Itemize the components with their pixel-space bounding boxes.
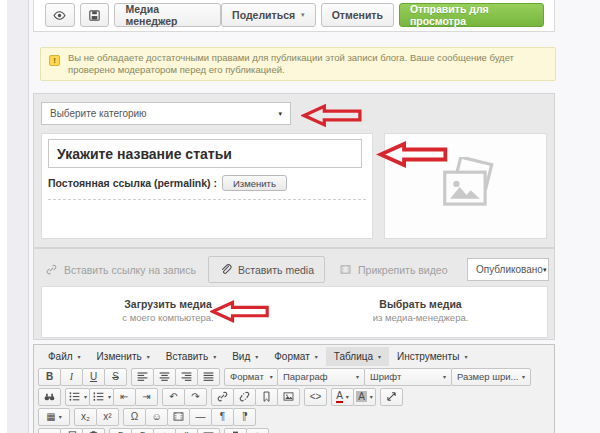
copy-button[interactable] bbox=[60, 428, 83, 433]
category-select[interactable]: Выберите категорию ▾ bbox=[41, 102, 291, 125]
menu-file[interactable]: Файл▾ bbox=[40, 347, 89, 366]
numbered-list-icon bbox=[92, 390, 105, 403]
horizontal-rule-button[interactable]: — bbox=[189, 408, 212, 426]
share-button[interactable]: Поделиться ▾ bbox=[221, 3, 316, 27]
red-arrow-annotation-title bbox=[371, 140, 455, 169]
undo-button[interactable]: ↶ bbox=[162, 388, 185, 406]
blockquote-button[interactable]: “ bbox=[175, 428, 198, 433]
search-replace-button[interactable] bbox=[38, 388, 61, 406]
chevron-down-icon: ▾ bbox=[108, 393, 111, 400]
visual-blocks-button[interactable]: ¶ bbox=[131, 428, 154, 433]
align-left-button[interactable] bbox=[131, 368, 154, 386]
insert-image-button[interactable] bbox=[277, 388, 300, 406]
menu-insert[interactable]: Вставить▾ bbox=[158, 347, 224, 366]
font-select[interactable]: Шрифт▾ bbox=[364, 368, 452, 386]
underline-button[interactable]: U bbox=[82, 368, 105, 386]
permalink-change-button[interactable]: Изменить bbox=[222, 175, 287, 191]
insert-media-button[interactable]: Вставить media bbox=[208, 256, 325, 283]
menu-tools[interactable]: Инструменты▾ bbox=[389, 347, 475, 366]
special-char-button[interactable]: Ω bbox=[123, 408, 146, 426]
chevron-down-icon: ▾ bbox=[213, 353, 216, 360]
title-card: Постоянная ссылка (permalink) : Изменить bbox=[41, 133, 373, 239]
strikethrough-button[interactable]: S bbox=[104, 368, 127, 386]
text-color-button[interactable]: A▾ bbox=[331, 388, 354, 406]
indent-button[interactable]: ⇥ bbox=[135, 388, 158, 406]
chevron-down-icon: ▾ bbox=[84, 393, 87, 400]
bold-button[interactable]: B bbox=[38, 368, 61, 386]
visual-chars-button[interactable]: ¶ bbox=[109, 428, 132, 433]
chevron-down-icon: ▾ bbox=[464, 353, 467, 360]
choose-media-panel[interactable]: Выбрать медиа из медиа-менеджера. bbox=[294, 286, 548, 338]
format-select[interactable]: Формат▾ bbox=[224, 368, 278, 386]
menu-edit[interactable]: Изменить▾ bbox=[89, 347, 158, 366]
paste-button[interactable] bbox=[82, 428, 105, 433]
rtl-button[interactable]: ¶ bbox=[233, 408, 256, 426]
ltr-button[interactable]: ¶ bbox=[211, 408, 234, 426]
preview-toolbar-button[interactable] bbox=[246, 428, 269, 433]
chevron-down-icon: ▾ bbox=[301, 11, 305, 19]
anchor-button[interactable] bbox=[255, 388, 278, 406]
cancel-button[interactable]: Отменить bbox=[321, 3, 394, 27]
permalink-row: Постоянная ссылка (permalink) : Изменить bbox=[48, 174, 368, 192]
align-right-button[interactable] bbox=[175, 368, 198, 386]
source-code-button[interactable]: <> bbox=[304, 388, 327, 406]
paragraph-select[interactable]: Параграф▾ bbox=[277, 368, 365, 386]
red-arrow-annotation-category bbox=[301, 103, 363, 128]
warning-icon: ! bbox=[49, 55, 60, 66]
publish-status-value: Опубликовано bbox=[476, 264, 543, 275]
outdent-button[interactable]: ⇤ bbox=[113, 388, 136, 406]
submit-for-review-button[interactable]: Отправить для просмотра bbox=[399, 3, 544, 27]
editor-toolbar-row-2: ▾ ▾ ⇤ ⇥ ↶ ↷ <> A▾ A▾ bbox=[34, 387, 554, 406]
print-button[interactable] bbox=[224, 428, 247, 433]
chevron-down-icon: ▾ bbox=[278, 110, 282, 118]
subscript-button[interactable]: x₂ bbox=[74, 408, 97, 426]
insert-post-link-button[interactable]: Вставить ссылку на запись bbox=[41, 263, 208, 276]
insert-link-button[interactable] bbox=[211, 388, 234, 406]
link-icon bbox=[216, 390, 229, 403]
fontsize-select[interactable]: Размер шри...▾ bbox=[451, 368, 531, 386]
media-manager-button[interactable]: Медиа менеджер bbox=[114, 3, 221, 27]
menu-format[interactable]: Формат▾ bbox=[266, 347, 326, 366]
attach-video-button[interactable]: Прикрепить видео bbox=[325, 263, 460, 276]
chevron-down-icon: ▾ bbox=[443, 373, 446, 380]
article-title-input[interactable] bbox=[48, 139, 362, 168]
chevron-down-icon: ▾ bbox=[315, 353, 318, 360]
insert-media-toolbar-button[interactable] bbox=[167, 408, 190, 426]
numbered-list-button[interactable]: ▾ bbox=[89, 388, 114, 406]
media-button[interactable] bbox=[197, 428, 220, 433]
link-icon bbox=[45, 263, 58, 276]
chevron-down-icon: ▾ bbox=[543, 266, 547, 274]
choose-media-title: Выбрать медиа bbox=[294, 298, 547, 310]
chevron-down-icon: ▾ bbox=[147, 353, 150, 360]
media-toolbar: Вставить ссылку на запись Вставить media… bbox=[41, 256, 549, 283]
chevron-down-icon: ▾ bbox=[370, 393, 373, 400]
emoticons-button[interactable]: ☺ bbox=[145, 408, 168, 426]
menu-view[interactable]: Вид▾ bbox=[224, 347, 266, 366]
align-center-button[interactable] bbox=[153, 368, 176, 386]
menu-table[interactable]: Таблица▾ bbox=[326, 347, 389, 366]
redo-button[interactable]: ↷ bbox=[184, 388, 207, 406]
media-section: Вставить ссылку на запись Вставить media… bbox=[33, 248, 555, 340]
table-button[interactable]: ▦▾ bbox=[38, 408, 70, 426]
align-right-icon bbox=[180, 370, 193, 383]
remove-link-button[interactable] bbox=[233, 388, 256, 406]
binoculars-icon bbox=[43, 390, 56, 403]
superscript-button[interactable]: x² bbox=[96, 408, 119, 426]
bullet-list-icon bbox=[68, 390, 81, 403]
save-draft-button[interactable] bbox=[80, 3, 110, 27]
permalink-change-label: Изменить bbox=[233, 178, 276, 189]
choose-media-subtitle: из медиа-менеджера. bbox=[294, 312, 547, 323]
italic-button[interactable]: I bbox=[60, 368, 83, 386]
paste-as-text-button[interactable]: ↥ bbox=[153, 428, 176, 433]
chevron-down-icon: ▾ bbox=[378, 353, 381, 360]
preview-button[interactable] bbox=[45, 3, 75, 27]
align-justify-button[interactable] bbox=[197, 368, 220, 386]
bullet-list-button[interactable]: ▾ bbox=[65, 388, 90, 406]
bookmark-icon bbox=[260, 390, 273, 403]
fullscreen-button[interactable] bbox=[380, 388, 403, 406]
align-left-icon bbox=[136, 370, 149, 383]
background-color-button[interactable]: A▾ bbox=[353, 388, 376, 406]
submit-label: Отправить для просмотра bbox=[410, 3, 533, 27]
cut-button[interactable]: ✂ bbox=[38, 428, 61, 433]
publish-status-select[interactable]: Опубликовано ▾ bbox=[467, 258, 549, 281]
